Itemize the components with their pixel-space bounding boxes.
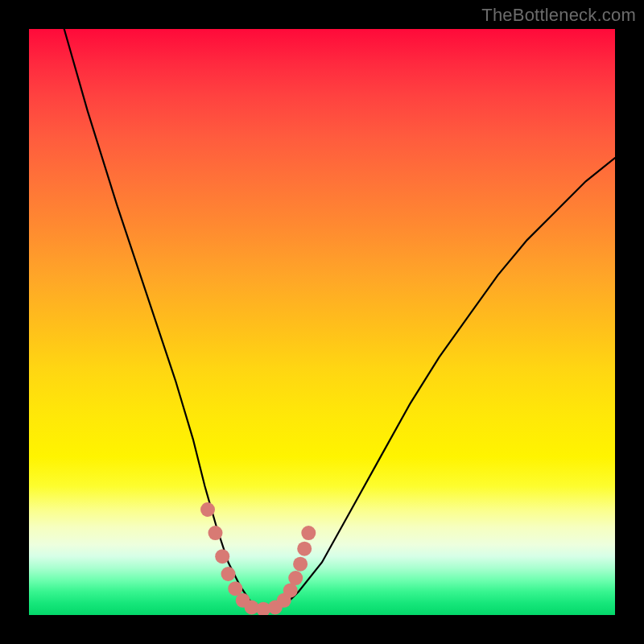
valley-dot [301, 526, 316, 540]
valley-dot [208, 526, 223, 540]
plot-area [29, 29, 615, 615]
valley-dot [215, 549, 229, 564]
valley-dot [288, 571, 303, 585]
valley-dot [283, 583, 298, 597]
valley-dot [221, 567, 236, 581]
watermark-text: TheBottleneck.com [481, 5, 636, 26]
valley-dots-group [200, 502, 316, 615]
chart-frame: TheBottleneck.com [0, 0, 644, 644]
bottleneck-curve [64, 29, 615, 609]
curve-layer [29, 29, 615, 615]
valley-dot [293, 557, 308, 572]
valley-dot [297, 542, 312, 556]
valley-dot [200, 502, 215, 517]
